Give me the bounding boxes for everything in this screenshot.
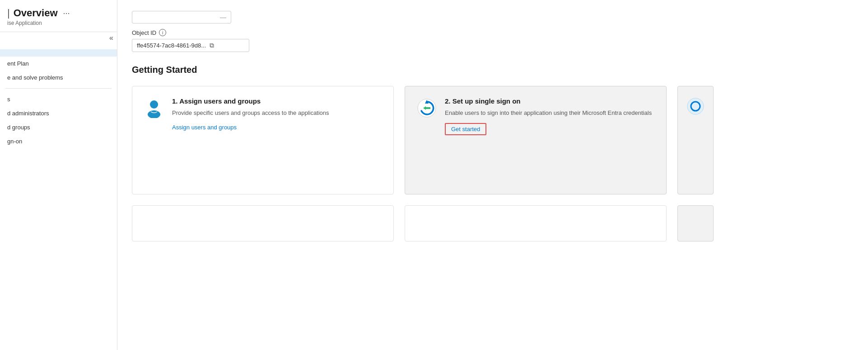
object-id-info-icon[interactable]: i xyxy=(159,29,166,36)
cards-row: 1. Assign users and groups Provide speci… xyxy=(132,86,854,194)
user-assign-icon xyxy=(144,98,164,118)
card-sso-title: 2. Set up single sign on xyxy=(445,97,655,105)
top-input-field: — xyxy=(132,11,231,24)
sidebar-item-plan[interactable]: ent Plan xyxy=(0,57,117,71)
sidebar-collapse-section: « xyxy=(0,32,117,46)
svg-point-1 xyxy=(148,110,160,118)
cards-row-bottom xyxy=(132,205,854,241)
sso-icon xyxy=(417,98,437,118)
sidebar-item-blank[interactable] xyxy=(0,49,117,57)
assign-users-link[interactable]: Assign users and groups xyxy=(172,124,237,131)
sidebar-title-row: | Overview ··· xyxy=(7,7,110,19)
object-id-section: Object ID i ffe45574-7ac8-4861-9d8... ⧉ xyxy=(132,29,854,52)
object-id-value: ffe45574-7ac8-4861-9d8... xyxy=(137,42,206,49)
sidebar-item-s[interactable]: s xyxy=(0,92,117,106)
more-options-icon[interactable]: ··· xyxy=(63,9,70,18)
object-id-field: ffe45574-7ac8-4861-9d8... ⧉ xyxy=(132,39,249,52)
bottom-card-1 xyxy=(132,205,394,241)
bottom-card-partial xyxy=(677,205,714,241)
copy-object-id-button[interactable]: ⧉ xyxy=(210,42,214,49)
card-assign-content: 1. Assign users and groups Provide speci… xyxy=(172,97,383,131)
sidebar-title: Overview xyxy=(14,7,58,19)
get-started-link[interactable]: Get started xyxy=(445,123,486,135)
top-input-dash: — xyxy=(220,14,226,21)
object-id-label: Object ID xyxy=(132,29,156,36)
card-assign-title: 1. Assign users and groups xyxy=(172,97,383,105)
sidebar-subtitle: ise Application xyxy=(7,20,110,26)
card-sso: 2. Set up single sign on Enable users to… xyxy=(405,86,667,194)
sidebar-item-admins[interactable]: d administrators xyxy=(0,106,117,120)
getting-started-title: Getting Started xyxy=(132,65,854,75)
main-content: — Object ID i ffe45574-7ac8-4861-9d8... … xyxy=(117,0,868,350)
card-partial-third xyxy=(677,86,714,194)
partial-card-icon xyxy=(686,97,705,117)
svg-point-6 xyxy=(687,98,704,114)
sidebar-item-solve[interactable]: e and solve problems xyxy=(0,71,117,85)
sidebar-nav: ent Plan e and solve problems s d admini… xyxy=(0,46,117,350)
svg-rect-5 xyxy=(426,107,430,109)
collapse-sidebar-button[interactable]: « xyxy=(109,34,113,42)
divider-icon: | xyxy=(7,7,10,19)
card-assign-description: Provide specific users and groups access… xyxy=(172,109,383,118)
card-sso-description: Enable users to sign into their applicat… xyxy=(445,109,655,118)
svg-point-0 xyxy=(150,100,158,109)
card-assign-icon-wrap xyxy=(143,97,165,119)
card-sso-icon-wrap xyxy=(416,97,438,119)
sidebar-item-signon[interactable]: gn-on xyxy=(0,134,117,148)
card-assign-users: 1. Assign users and groups Provide speci… xyxy=(132,86,394,194)
bottom-card-2 xyxy=(405,205,667,241)
sidebar-item-groups[interactable]: d groups xyxy=(0,120,117,134)
sidebar-divider-line xyxy=(5,88,112,89)
card-sso-content: 2. Set up single sign on Enable users to… xyxy=(445,97,655,135)
object-id-label-row: Object ID i xyxy=(132,29,854,36)
sidebar: | Overview ··· ise Application « ent Pla… xyxy=(0,0,117,350)
sidebar-header: | Overview ··· ise Application xyxy=(0,0,117,32)
